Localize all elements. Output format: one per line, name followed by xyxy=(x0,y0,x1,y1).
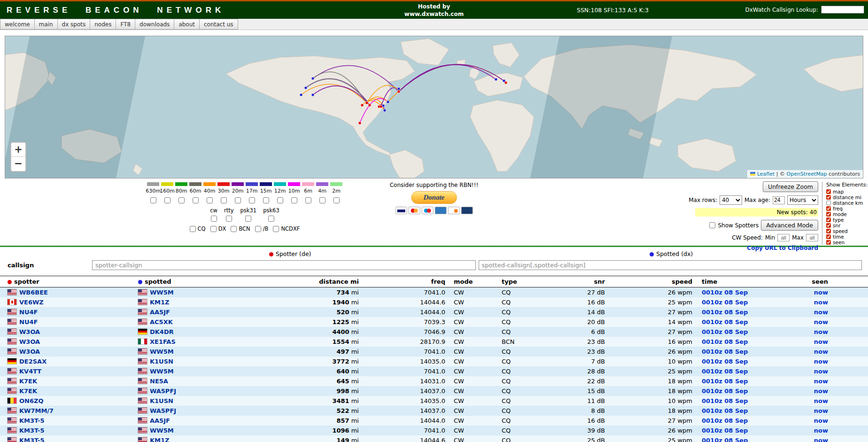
cw-speed-max-input[interactable] xyxy=(806,234,818,241)
seen-link[interactable]: now xyxy=(814,388,828,395)
type-checkbox-bcn[interactable] xyxy=(231,226,237,232)
spotted-callsign-link[interactable]: K1USN xyxy=(150,358,173,365)
nav-item-dx-spots[interactable]: dx spots xyxy=(58,19,91,30)
donate-button[interactable]: Donate xyxy=(411,191,457,204)
spotter-callsign-link[interactable]: NU4F xyxy=(19,318,38,326)
spotter-callsign-link[interactable]: W3OA xyxy=(19,348,40,355)
max-age-input[interactable] xyxy=(773,196,785,204)
spot-time-link[interactable]: 0010z 08 Sep xyxy=(702,309,748,316)
show-element-map[interactable]: map xyxy=(826,189,863,194)
column-header-snr[interactable]: snr xyxy=(554,276,606,287)
column-header-freq[interactable]: freq xyxy=(360,276,446,287)
spotter-callsign-link[interactable]: KM3T-5 xyxy=(19,417,44,424)
spotter-callsign-link[interactable]: WB6BEE xyxy=(19,289,48,296)
spot-time-link[interactable]: 0010z 08 Sep xyxy=(702,427,748,434)
spot-time-link[interactable]: 0010z 08 Sep xyxy=(702,338,748,345)
show-element-speed[interactable]: speed xyxy=(826,228,863,234)
column-header-spotted[interactable]: spotted xyxy=(137,276,318,287)
nav-item-welcome[interactable]: welcome xyxy=(0,19,35,30)
mode-checkbox-rtty[interactable] xyxy=(226,216,232,222)
show-element-seen[interactable]: seen xyxy=(826,240,863,245)
spotter-callsign-link[interactable]: KM3T-5 xyxy=(19,437,44,442)
unfreeze-zoom-button[interactable]: Unfreeze Zoom xyxy=(763,181,818,192)
nav-item-about[interactable]: about xyxy=(174,19,200,30)
spotter-callsign-link[interactable]: NU4F xyxy=(19,309,38,316)
show-element-distance-mi[interactable]: distance mi xyxy=(826,194,863,200)
spotter-callsign-link[interactable]: K7EK xyxy=(19,378,37,385)
spotted-callsign-link[interactable]: XE1FAS xyxy=(150,338,176,345)
spotted-callsign-link[interactable]: NE5A xyxy=(150,378,168,385)
seen-link[interactable]: now xyxy=(814,299,828,306)
spot-time-link[interactable]: 0010z 08 Sep xyxy=(702,348,748,355)
spotted-callsign-link[interactable]: WW5M xyxy=(150,289,174,296)
spotted-callsign-link[interactable]: WA5PFJ xyxy=(150,407,176,414)
mode-checkbox-psk31[interactable] xyxy=(245,216,251,222)
seen-link[interactable]: now xyxy=(814,368,828,375)
spotted-callsign-link[interactable]: WW5M xyxy=(150,348,174,355)
spotted-callsign-link[interactable]: KM1Z xyxy=(150,437,169,442)
spotted-callsign-link[interactable]: WA5PFJ xyxy=(150,388,176,395)
seen-link[interactable]: now xyxy=(814,417,828,424)
column-header-seen[interactable]: seen xyxy=(808,276,868,287)
nav-item-main[interactable]: main xyxy=(35,19,58,30)
spotter-callsign-link[interactable]: VE6WZ xyxy=(19,299,44,306)
band-checkbox-4m[interactable] xyxy=(319,197,326,203)
lookup-input[interactable] xyxy=(821,6,864,14)
spotted-callsign-link[interactable]: AC5XK xyxy=(150,318,173,326)
type-checkbox-b[interactable] xyxy=(255,226,261,232)
band-checkbox-60m[interactable] xyxy=(193,197,199,203)
seen-link[interactable]: now xyxy=(814,437,828,442)
type-checkbox-cq[interactable] xyxy=(190,226,196,232)
seen-link[interactable]: now xyxy=(814,328,828,335)
band-checkbox-40m[interactable] xyxy=(207,197,213,203)
spotted-callsign-link[interactable]: KM1Z xyxy=(150,299,169,306)
spotter-callsign-link[interactable]: KM3T-5 xyxy=(19,427,44,434)
spot-time-link[interactable]: 0010z 08 Sep xyxy=(702,289,748,296)
spotted-callsign-input[interactable] xyxy=(479,260,862,270)
nav-item-contact-us[interactable]: contact us xyxy=(200,19,238,30)
spotter-callsign-link[interactable]: KW7MM/7 xyxy=(19,407,54,414)
seen-link[interactable]: now xyxy=(814,338,828,345)
spotted-callsign-link[interactable]: AA5JF xyxy=(150,417,170,424)
column-header-time[interactable]: time xyxy=(693,276,808,287)
map[interactable]: + − Leaflet | © OpenStreetMap contributo… xyxy=(5,36,863,178)
spot-time-link[interactable]: 0010z 08 Sep xyxy=(702,368,748,375)
spot-time-link[interactable]: 0010z 08 Sep xyxy=(702,299,748,306)
spot-time-link[interactable]: 0010z 08 Sep xyxy=(702,318,748,326)
seen-link[interactable]: now xyxy=(814,289,828,296)
map-zoom-out-button[interactable]: − xyxy=(11,157,25,171)
show-element-mode[interactable]: mode xyxy=(826,211,863,217)
band-checkbox-17m[interactable] xyxy=(249,197,255,203)
advanced-mode-button[interactable]: Advanced Mode xyxy=(761,220,818,231)
band-checkbox-30m[interactable] xyxy=(221,197,227,203)
spot-time-link[interactable]: 0010z 08 Sep xyxy=(702,328,748,335)
leaflet-link[interactable]: Leaflet xyxy=(757,171,775,177)
spotted-callsign-link[interactable]: WW5M xyxy=(150,368,174,375)
column-header-mode[interactable]: mode xyxy=(446,276,498,287)
spotted-callsign-link[interactable]: K1USN xyxy=(150,397,173,404)
seen-link[interactable]: now xyxy=(814,358,828,365)
seen-link[interactable]: now xyxy=(814,318,828,326)
cw-speed-min-input[interactable] xyxy=(777,234,790,241)
seen-link[interactable]: now xyxy=(814,397,828,404)
band-checkbox-2m[interactable] xyxy=(333,197,340,203)
mode-checkbox-cw[interactable] xyxy=(211,216,217,222)
spotted-callsign-link[interactable]: DK4DR xyxy=(150,328,174,335)
band-checkbox-6m[interactable] xyxy=(305,197,311,203)
spotter-callsign-link[interactable]: W3OA xyxy=(19,328,40,335)
site-logo[interactable]: REVERSE BEACON NETWORK xyxy=(7,6,225,15)
spot-time-link[interactable]: 0010z 08 Sep xyxy=(702,437,748,442)
show-element-freq[interactable]: freq xyxy=(826,206,863,211)
copy-url-link[interactable]: Copy URL to Clipboard xyxy=(747,245,818,251)
show-spotters-checkbox[interactable] xyxy=(709,222,715,228)
show-element-type[interactable]: type xyxy=(826,217,863,223)
seen-link[interactable]: now xyxy=(814,309,828,316)
band-checkbox-80m[interactable] xyxy=(178,197,185,203)
spotter-callsign-link[interactable]: W3OA xyxy=(19,338,40,345)
nav-item-ft8[interactable]: FT8 xyxy=(116,19,135,30)
map-zoom-in-button[interactable]: + xyxy=(11,143,25,157)
band-checkbox-12m[interactable] xyxy=(277,197,283,203)
column-header-type[interactable]: type xyxy=(498,276,554,287)
spot-time-link[interactable]: 0010z 08 Sep xyxy=(702,378,748,385)
spot-time-link[interactable]: 0010z 08 Sep xyxy=(702,358,748,365)
